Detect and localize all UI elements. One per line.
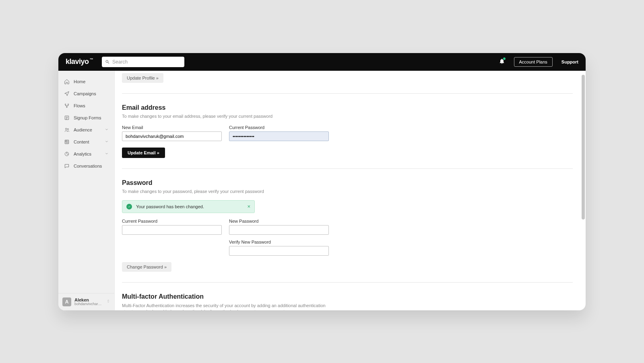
brand-text: klaviyo [66, 57, 89, 66]
analytics-icon [64, 151, 70, 157]
sidebar-item-label: Campaigns [74, 91, 96, 96]
divider [122, 93, 573, 94]
email-desc: To make changes to your email address, p… [122, 114, 573, 119]
svg-point-4 [66, 128, 67, 129]
svg-point-5 [67, 128, 68, 129]
home-icon [64, 79, 70, 84]
update-email-button[interactable]: Update Email » [122, 148, 165, 158]
notifications-button[interactable] [499, 58, 505, 66]
send-icon [64, 91, 70, 96]
topbar: klaviyo™ Account Plans Support [58, 53, 586, 71]
svg-point-0 [65, 104, 66, 105]
account-avatar: A [62, 297, 71, 306]
mfa-section: Multi-factor Authentication Multi-Factor… [122, 293, 573, 310]
password-section: Password To make changes to your passwor… [122, 179, 573, 272]
search-input[interactable] [112, 59, 181, 65]
chat-icon [64, 163, 70, 169]
sidebar-item-home[interactable]: Home [58, 76, 114, 88]
new-email-label: New Email [122, 125, 222, 130]
sidebar-item-label: Flows [74, 103, 85, 108]
notification-dot [503, 57, 506, 60]
sidebar-item-campaigns[interactable]: Campaigns [58, 88, 114, 100]
sidebar-item-content[interactable]: Content [58, 136, 114, 148]
svg-point-1 [68, 104, 68, 105]
sidebar-item-label: Analytics [74, 152, 91, 156]
change-password-button[interactable]: Change Password » [122, 262, 171, 272]
divider [122, 282, 573, 283]
sidebar-item-analytics[interactable]: Analytics [58, 148, 114, 160]
email-section: Email address To make changes to your em… [122, 104, 573, 158]
sidebar-item-label: Audience [74, 127, 92, 132]
main-content: Update Profile » Email address To make c… [115, 71, 586, 310]
chevron-down-icon [105, 139, 109, 144]
current-password-label: Current Password [229, 125, 329, 130]
sidebar-item-flows[interactable]: Flows [58, 100, 114, 112]
pwd-verify-input[interactable] [229, 246, 329, 256]
email-title: Email address [122, 104, 573, 111]
sidebar-item-label: Conversations [74, 164, 102, 168]
password-desc: To make changes to your password, please… [122, 189, 573, 194]
content-icon [64, 139, 70, 145]
search-icon [105, 59, 110, 64]
sidebar-item-label: Signup Forms [74, 115, 101, 120]
sidebar: Home Campaigns Flows Signup Forms Audien… [58, 71, 115, 310]
mfa-desc: Multi-Factor Authentication increases th… [122, 303, 331, 310]
search-box[interactable] [102, 57, 184, 67]
chevron-down-icon [105, 127, 109, 132]
pwd-current-label: Current Password [122, 219, 222, 224]
audience-icon [64, 127, 70, 133]
sidebar-item-audience[interactable]: Audience [58, 124, 114, 136]
update-profile-button[interactable]: Update Profile » [122, 73, 163, 83]
form-icon [64, 115, 70, 121]
flows-icon [64, 103, 70, 109]
app-window: klaviyo™ Account Plans Support Home Camp… [58, 53, 586, 310]
sidebar-item-label: Content [74, 139, 89, 144]
account-plans-button[interactable]: Account Plans [514, 57, 553, 67]
svg-rect-7 [66, 141, 67, 142]
sidebar-item-signup-forms[interactable]: Signup Forms [58, 112, 114, 124]
svg-point-2 [66, 107, 67, 107]
account-switcher[interactable]: A Aleken bohdanvivcharu... [58, 293, 114, 310]
brand-logo: klaviyo™ [66, 57, 93, 66]
account-email: bohdanvivcharu... [74, 302, 103, 306]
pwd-current-input[interactable] [122, 225, 222, 235]
chevron-down-icon [105, 152, 109, 156]
password-title: Password [122, 179, 573, 187]
updown-icon [106, 298, 110, 306]
alert-close-button[interactable]: × [247, 204, 250, 209]
sidebar-item-label: Home [74, 79, 85, 84]
scrollbar[interactable] [582, 75, 585, 219]
sidebar-item-conversations[interactable]: Conversations [58, 160, 114, 172]
support-link[interactable]: Support [561, 59, 578, 64]
alert-text: Your password has been changed. [136, 204, 204, 209]
account-name: Aleken [74, 297, 103, 302]
new-email-input[interactable] [122, 131, 222, 141]
pwd-new-label: New Password [229, 219, 329, 224]
pwd-new-input[interactable] [229, 225, 329, 235]
mfa-title: Multi-factor Authentication [122, 293, 573, 300]
password-success-alert: Your password has been changed. × [122, 200, 255, 213]
current-password-input[interactable] [229, 131, 329, 141]
pwd-verify-label: Verify New Password [229, 240, 329, 244]
divider [122, 168, 573, 169]
check-circle-icon [126, 204, 132, 209]
